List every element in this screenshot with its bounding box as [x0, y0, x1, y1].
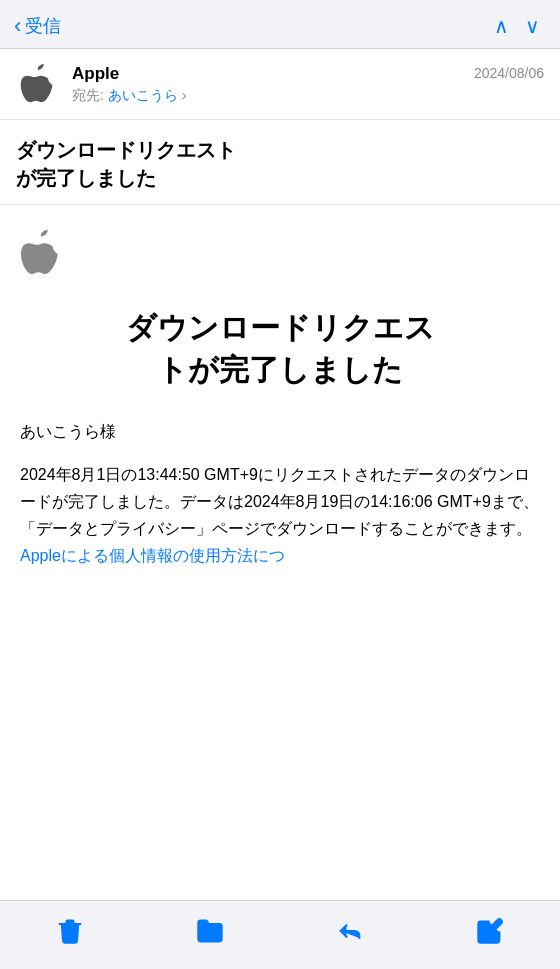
body-heading: ダウンロードリクエス トが完了しました — [20, 307, 540, 391]
trash-icon — [56, 917, 84, 945]
email-subject: ダウンロードリクエスト が完了しました — [0, 120, 560, 205]
apple-logo-icon — [20, 63, 56, 107]
arrow-down-button[interactable]: ∨ — [525, 14, 540, 38]
email-header: Apple 宛先: あいこうら › 2024/08/06 — [0, 49, 560, 120]
folder-icon — [196, 917, 224, 945]
nav-arrows: ∧ ∨ — [494, 14, 540, 38]
to-name: あいこうら — [108, 87, 178, 103]
email-date: 2024/08/06 — [474, 63, 544, 81]
to-chevron: › — [178, 87, 187, 103]
privacy-link[interactable]: Appleによる個人情報の使用方法につ — [20, 547, 285, 564]
body-apple-logo-container — [20, 229, 540, 279]
body-apple-logo-icon — [20, 229, 62, 279]
subject-text-line2: が完了しました — [16, 167, 156, 189]
bottom-toolbar — [0, 900, 560, 969]
to-prefix: 宛先: — [72, 87, 108, 103]
back-button[interactable]: ‹ 受信 — [14, 14, 61, 38]
sender-name: Apple — [72, 63, 462, 85]
subject-text-line1: ダウンロードリクエスト — [16, 139, 236, 161]
trash-button[interactable] — [36, 913, 104, 949]
body-text: 2024年8月1日の13:44:50 GMT+9にリクエストされたデータのダウン… — [20, 461, 540, 570]
folder-button[interactable] — [176, 913, 244, 949]
compose-icon — [476, 917, 504, 945]
arrow-up-button[interactable]: ∧ — [494, 14, 509, 38]
reply-button[interactable] — [316, 913, 384, 949]
sender-info: Apple 宛先: あいこうら › — [72, 63, 462, 105]
heading-line1: ダウンロードリクエス — [126, 311, 435, 344]
body-main-text: 2024年8月1日の13:44:50 GMT+9にリクエストされたデータのダウン… — [20, 466, 539, 537]
email-body: ダウンロードリクエス トが完了しました あいこうら様 2024年8月1日の13:… — [0, 205, 560, 900]
sender-to[interactable]: 宛先: あいこうら › — [72, 87, 462, 105]
subject-line1: ダウンロードリクエスト が完了しました — [16, 136, 544, 192]
top-navigation: ‹ 受信 ∧ ∨ — [0, 0, 560, 49]
compose-button[interactable] — [456, 913, 524, 949]
inbox-label: 受信 — [25, 14, 61, 38]
reply-icon — [336, 917, 364, 945]
heading-line2: トが完了しました — [157, 353, 403, 386]
sender-avatar — [16, 63, 60, 107]
body-greeting: あいこうら様 — [20, 419, 540, 445]
chevron-left-icon: ‹ — [14, 15, 21, 37]
